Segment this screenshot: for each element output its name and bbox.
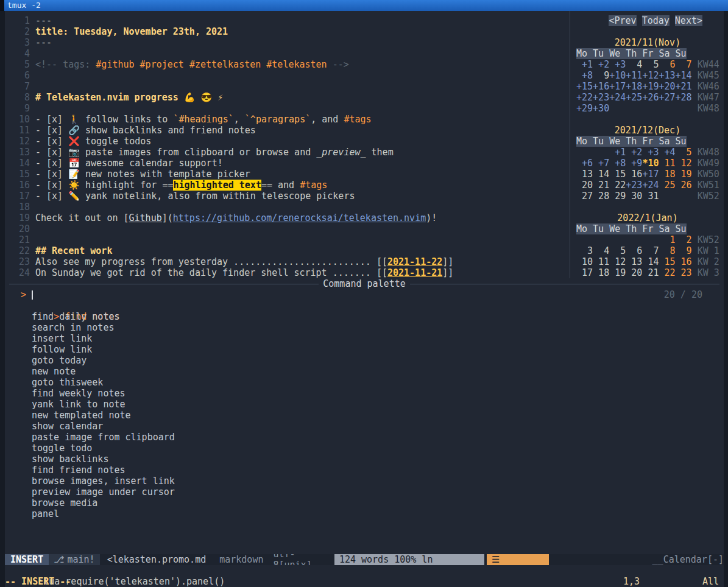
calendar-day[interactable]: 20 <box>626 267 642 278</box>
calendar-day[interactable]: 31 <box>642 191 659 202</box>
editor-line[interactable]: 1--- <box>5 15 570 26</box>
markdown-link[interactable]: Github <box>129 213 162 223</box>
calendar-day[interactable]: +23 <box>593 92 609 103</box>
calendar-day[interactable]: 4 <box>593 245 609 256</box>
calendar-day[interactable]: +11 <box>626 70 642 81</box>
editor-line[interactable]: 18 <box>5 202 570 213</box>
calendar-day[interactable]: 11 <box>659 158 675 169</box>
editor-line[interactable]: 6 <box>5 70 570 81</box>
calendar-day[interactable]: 7 <box>642 245 659 256</box>
palette-item[interactable]: find daily notes <box>5 311 724 322</box>
editor-line[interactable]: 7 <box>5 81 570 92</box>
palette-item-selected[interactable]: >find notes <box>5 300 724 311</box>
calendar-day[interactable]: 21 <box>642 267 659 278</box>
calendar-day[interactable]: +17 <box>609 81 626 92</box>
editor-pane[interactable]: 1---2title: Tuesday, November 23th, 2021… <box>5 11 570 278</box>
calendar-day[interactable]: 14 <box>593 169 609 180</box>
editor-line[interactable]: 14- [x] 📅 awesome calendar support! <box>5 158 570 169</box>
calendar-day[interactable]: 27 <box>576 191 593 202</box>
editor-line[interactable]: 8# Telekasten.nvim progress 💪 😎 ⚡ <box>5 92 570 103</box>
hashtag[interactable]: #telekasten <box>266 59 327 70</box>
calendar-day[interactable]: +1 <box>609 147 626 158</box>
calendar-day[interactable]: +3 <box>609 59 626 70</box>
palette-item[interactable]: goto today <box>5 355 724 366</box>
calendar-day[interactable]: 6 <box>626 245 642 256</box>
editor-line[interactable]: 19Check it out on [Github](https://githu… <box>5 213 570 223</box>
palette-item[interactable]: insert link <box>5 333 724 344</box>
calendar-day[interactable]: 13 <box>576 169 593 180</box>
calendar-day[interactable]: 5 <box>676 147 692 158</box>
calendar-day[interactable]: +3 <box>642 147 659 158</box>
palette-item[interactable]: follow link <box>5 344 724 355</box>
calendar-next-button[interactable]: Next> <box>675 15 702 26</box>
editor-line[interactable]: 24On Sunday we got rid of the daily find… <box>5 267 570 278</box>
calendar-day[interactable]: 15 <box>609 169 626 180</box>
command-line[interactable]: :lua require('telekasten').panel() <box>5 565 724 576</box>
calendar-day[interactable]: +16 <box>593 81 609 92</box>
calendar-day[interactable]: +12 <box>642 70 659 81</box>
editor-line[interactable]: 11- [x] 🔗 show backlinks and friend note… <box>5 125 570 136</box>
calendar-day[interactable]: 12 <box>609 256 626 267</box>
calendar-day[interactable]: 10 <box>576 256 593 267</box>
calendar-day[interactable]: +29 <box>576 103 593 114</box>
calendar-day[interactable]: +14 <box>676 70 692 81</box>
calendar-day[interactable]: 5 <box>609 245 626 256</box>
calendar-day[interactable]: +30 <box>593 103 609 114</box>
palette-item[interactable]: preview image under cursor <box>5 487 724 497</box>
calendar-day[interactable]: 5 <box>642 59 659 70</box>
calendar-day[interactable]: +28 <box>676 92 692 103</box>
calendar-day[interactable]: *10 <box>642 158 659 169</box>
wikilink[interactable]: 2021-11-22 <box>387 256 442 267</box>
hashtag[interactable]: #tags <box>344 114 371 125</box>
palette-item[interactable]: browse images, insert link <box>5 476 724 487</box>
palette-item[interactable]: yank link to note <box>5 399 724 410</box>
hashtag[interactable]: #project <box>140 59 184 70</box>
calendar-day[interactable]: 4 <box>626 59 642 70</box>
calendar-day[interactable]: +18 <box>626 81 642 92</box>
calendar-day[interactable]: +10 <box>609 70 626 81</box>
calendar-day[interactable]: +7 <box>593 158 609 169</box>
hashtag[interactable]: #github <box>96 59 134 70</box>
calendar-day[interactable]: +13 <box>659 70 675 81</box>
calendar-day[interactable]: +24 <box>642 180 659 191</box>
calendar-day[interactable]: +23 <box>626 180 642 191</box>
editor-line[interactable]: 2title: Tuesday, November 23th, 2021 <box>5 26 570 37</box>
calendar-prev-button[interactable]: <Prev <box>609 15 636 26</box>
calendar-day[interactable]: 19 <box>609 267 626 278</box>
calendar-day[interactable]: +2 <box>626 147 642 158</box>
calendar-day[interactable]: 16 <box>676 256 692 267</box>
calendar-day[interactable]: 7 <box>676 59 692 70</box>
calendar-day[interactable]: +2 <box>593 59 609 70</box>
calendar-day[interactable]: +9 <box>626 158 642 169</box>
calendar-day[interactable]: +4 <box>659 147 675 158</box>
calendar-day[interactable]: 14 <box>642 256 659 267</box>
calendar-day[interactable]: +8 <box>609 158 626 169</box>
calendar-day[interactable]: 13 <box>626 256 642 267</box>
calendar-day[interactable]: 17 <box>576 267 593 278</box>
calendar-day[interactable]: 12 <box>676 158 692 169</box>
calendar-day[interactable]: 26 <box>676 180 692 191</box>
calendar-day[interactable]: +19 <box>642 81 659 92</box>
calendar-day[interactable]: 23 <box>676 267 692 278</box>
calendar-day[interactable]: +17 <box>642 169 659 180</box>
palette-item[interactable]: new templated note <box>5 410 724 421</box>
calendar-day[interactable]: 8 <box>659 245 675 256</box>
editor-line[interactable]: 17- [x] ✏️ yank notelink, also from with… <box>5 191 570 202</box>
palette-item[interactable]: search in notes <box>5 322 724 333</box>
editor-line[interactable]: 16- [x] ☀️ highlight for ==highlighted t… <box>5 180 570 191</box>
calendar-day[interactable]: 30 <box>626 191 642 202</box>
palette-item[interactable]: show calendar <box>5 421 724 432</box>
calendar-day[interactable]: 9 <box>676 245 692 256</box>
palette-item[interactable]: show backlinks <box>5 454 724 465</box>
calendar-day[interactable]: +1 <box>576 59 593 70</box>
palette-item[interactable]: browse media <box>5 497 724 508</box>
palette-item[interactable]: panel <box>5 508 724 519</box>
editor-line[interactable]: 21 <box>5 234 570 245</box>
calendar-day[interactable]: 3 <box>576 245 593 256</box>
calendar-day[interactable]: 9 <box>593 70 609 81</box>
editor-line[interactable]: 23Also see my progress from yesterday ..… <box>5 256 570 267</box>
calendar-today-button[interactable]: Today <box>642 15 670 26</box>
calendar-day[interactable]: 21 <box>593 180 609 191</box>
palette-item[interactable]: find friend notes <box>5 465 724 476</box>
calendar-day[interactable]: 22 <box>609 180 626 191</box>
